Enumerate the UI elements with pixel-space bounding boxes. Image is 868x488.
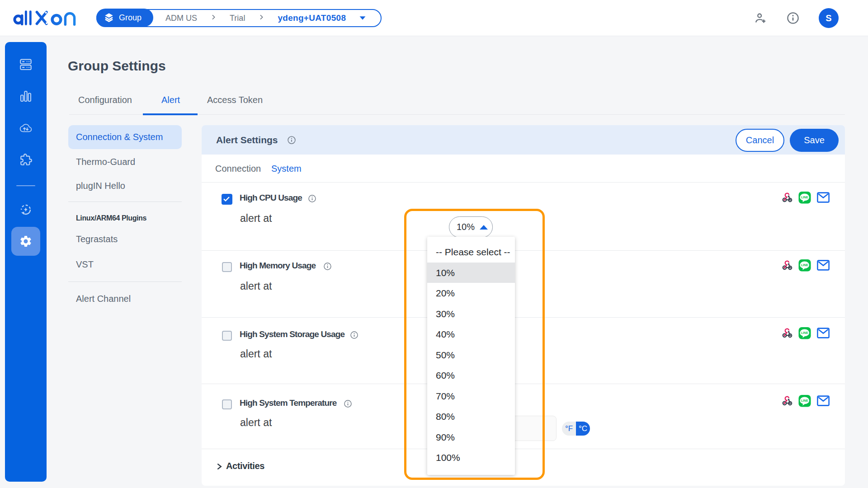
svg-text:LINE: LINE	[801, 263, 808, 267]
svg-text:LINE: LINE	[801, 196, 808, 199]
svg-text:LINE: LINE	[801, 399, 808, 402]
svg-text:LINE: LINE	[801, 331, 808, 334]
